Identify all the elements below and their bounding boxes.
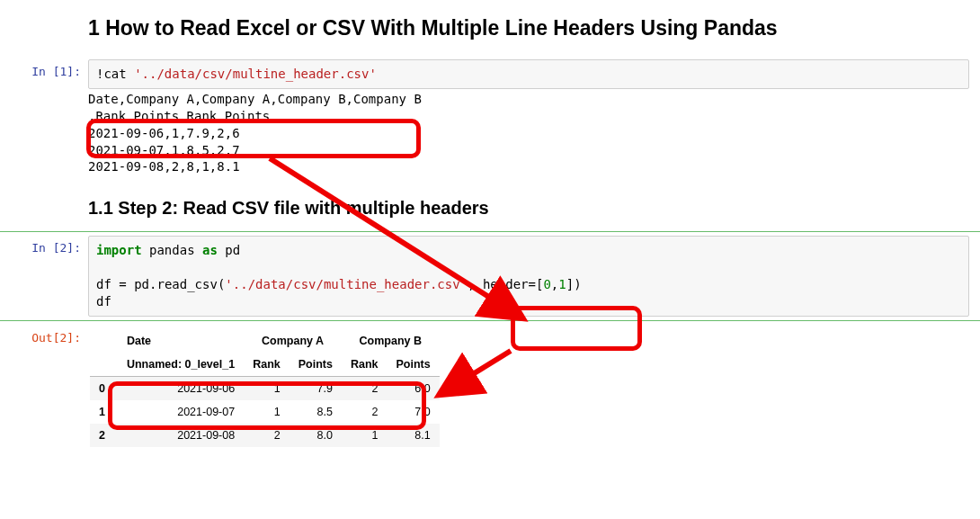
page-title: 1 How to Read Excel or CSV With Multiple… — [88, 16, 980, 40]
table-row: 0 2021-09-06 1 7.9 2 6.0 — [90, 376, 440, 400]
table-header-row-top: Date Company A Company B — [90, 329, 440, 353]
code-cell-1[interactable]: In [1]: !cat '../data/csv/multine_header… — [0, 55, 980, 180]
prompt-in-1: In [1]: — [0, 59, 88, 78]
table-header-row-sub: Unnamed: 0_level_1 Rank Points Rank Poin… — [90, 353, 440, 377]
subsection-title: 1.1 Step 2: Read CSV file with multiple … — [88, 198, 980, 219]
stdout-1: Date,Company A,Company A,Company B,Compa… — [88, 89, 969, 175]
output-cell-2: Out[2]: Date Company A Company B Unnamed… — [0, 321, 980, 452]
dataframe-output: Date Company A Company B Unnamed: 0_leve… — [90, 329, 440, 447]
table-row: 2 2021-09-08 2 8.0 1 8.1 — [90, 424, 440, 447]
table-row: 1 2021-09-07 1 8.5 2 7.0 — [90, 400, 440, 424]
notebook: 1 How to Read Excel or CSV With Multiple… — [0, 16, 980, 452]
code-input-2[interactable]: import pandas as pd df = pd.read_csv('..… — [88, 236, 969, 317]
code-cell-2[interactable]: In [2]: import pandas as pd df = pd.read… — [0, 231, 980, 321]
prompt-in-2: In [2]: — [0, 236, 88, 255]
prompt-out-2: Out[2]: — [0, 326, 88, 345]
code-input-1[interactable]: !cat '../data/csv/multine_header.csv' — [88, 59, 969, 89]
